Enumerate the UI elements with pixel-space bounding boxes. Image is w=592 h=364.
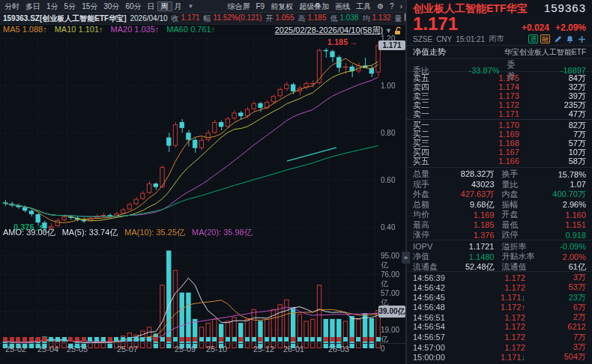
ask-row[interactable]: 卖一1.17147万 [407,109,592,118]
queue-price: 1.172 [440,100,519,109]
nav-value-row[interactable]: 净值走势 华宝创业板人工智能ETF [407,46,592,59]
signal-block [127,337,132,342]
bid-row[interactable]: 买三1.16857万 [407,139,592,148]
signal-block [75,337,79,342]
nav-trend-link[interactable]: 净值走势 [413,46,446,58]
queue-price: 1.166 [440,157,519,166]
period-tab-10[interactable]: 月 [172,2,185,10]
ask-row[interactable]: 卖二1.172235万 [407,100,592,109]
valuation-block: IOPV1.1721溢折率-0.09%净值1.1480升贴水率2.00%流通盘5… [407,240,592,272]
period-tab-6[interactable]: 30分 [100,2,122,10]
ask-row[interactable]: 卖四1.17432万 [407,82,592,91]
queue-price: 1.168 [440,139,519,148]
forward-adjust-button[interactable]: 前复权 [268,2,296,10]
panel-expand-button[interactable]: » [402,252,410,264]
period-tab-8[interactable]: 日 [145,2,158,10]
signal-block [36,337,40,342]
info-field-value: 159363.SZ[创业板人工智能ETF华宝] [3,13,126,24]
time-sales-row: 14:56:541.1726212 [407,321,592,331]
signal-block [140,337,145,342]
current-volume-badge: 39.00亿 [378,306,405,318]
signal-block [350,337,354,342]
tick-amount: 504万 [525,351,586,363]
draw-line-button[interactable]: 画线 [332,2,353,10]
period-toolbar: 分时多日1分5分15分30分60分日周月 ▼ 综合屏F9前复权超级叠加画线工具⚙… [0,0,405,13]
date-range-caret-icon[interactable]: ▼ [385,27,392,34]
help-icon[interactable]: ? [387,2,397,10]
more-icon[interactable]: › [397,2,405,10]
time-sales-list[interactable]: 14:56:391.1723万14:56:421.17253万14:56:451… [407,271,592,364]
price-ma-legend: MA5 1.088↑MA10 1.101↑MA20 1.035↑MA60 0.7… [3,25,215,34]
kline-chart-region[interactable]: MA5 1.088↑MA10 1.101↑MA20 1.035↑MA60 0.7… [0,25,405,364]
alert-bell-icon[interactable] [566,35,574,43]
tick-price: 1.172 [459,333,525,342]
stat-value: -0.09% [535,242,587,251]
edit-icon[interactable] [554,35,562,43]
tick-time: 14:57:00 [413,343,459,352]
ask-row[interactable]: 卖五1.17584万 [407,73,592,82]
period-dropdown-caret[interactable]: ▼ [185,1,197,12]
period-tab-2[interactable]: 多日 [22,2,43,10]
queue-level-label: 买五 [413,157,440,166]
signal-block [278,337,283,342]
info-field-label: 低 [330,13,338,24]
period-tab-9[interactable]: 周 [158,2,172,10]
signal-block [108,337,112,342]
stat-value: 1.185 [443,220,495,229]
super-overlay-button[interactable]: 超级叠加 [296,2,332,10]
signal-block [55,337,60,342]
bid-row[interactable]: 买五1.16658万 [407,157,592,166]
period-tab-group: 分时多日1分5分15分30分60分日周月 [1,1,185,12]
x-axis-label: 25-09 [175,345,196,354]
queue-amount: 7万 [519,130,586,139]
last-price: 1.171 [413,15,458,33]
stat-value: 1.160 [535,210,587,219]
margin-badge-融: 融 [540,34,550,43]
high-price-label: 1.185→ [327,37,358,46]
x-axis-label: 25-04 [37,345,58,354]
stat-value: 1.151 [535,220,587,229]
period-tab-1[interactable]: 分时 [1,2,22,10]
composite-screen-button[interactable]: 综合屏 [224,2,253,10]
price-header: 1.171 +0.024 +2.09% [407,14,592,33]
queue-level-label: 买三 [413,139,440,148]
info-field-9: 量 [395,13,405,24]
tick-time: 14:56:45 [413,293,459,302]
x-axis-label: 25-05 [67,345,88,354]
info-field-7: 低1.038 [330,13,359,24]
queue-price: 1.169 [440,130,519,139]
x-axis-labels: 25-0225-0425-0525-0725-0925-1025-1226-01… [0,343,405,354]
bid-row[interactable]: 买一1.17082万 [407,121,592,130]
date-range-text[interactable]: 2025/02/28-2026/04/10(58周) [275,25,383,36]
chart-pane: 分时多日1分5分15分30分60分日周月 ▼ 综合屏F9前复权超级叠加画线工具⚙… [0,0,405,364]
tick-time: 15:00:00 [413,353,459,362]
ask-row[interactable]: 卖三1.17339万 [407,91,592,100]
queue-price: 1.167 [440,148,519,157]
unlock-icon[interactable] [394,26,402,35]
bid-row[interactable]: 买四1.16710万 [407,148,592,157]
bid-row[interactable]: 买二1.1697万 [407,130,592,139]
signal-block [258,337,262,342]
signal-block [252,337,256,342]
time-sales-row: 14:57:001.1723万 [407,342,592,351]
f9-button[interactable]: F9 [253,2,268,10]
gear-icon[interactable]: ⚙ [374,2,387,10]
tools-button[interactable]: 工具 [353,2,374,10]
info-field-5: 开1.055 [265,13,294,24]
margin-badge-group: 通融 [528,34,550,43]
info-field-value: 2026/04/10 [130,14,167,22]
period-tab-3[interactable]: 1分 [43,2,61,10]
add-icon[interactable] [578,35,586,43]
candlestick-canvas[interactable] [0,37,405,360]
currency-label: CNY [436,35,452,43]
stat-value: 15.78% [535,170,587,179]
period-tab-7[interactable]: 60分 [122,2,144,10]
stats-block: 总量828.32万换手15.78%现手43023量比1.07外盘427.63万内… [407,167,592,240]
period-tab-4[interactable]: 5分 [61,2,79,10]
order-book-divider [407,119,592,120]
time-sales-row: 14:56:451.171↓23万 [407,292,592,302]
period-tab-5[interactable]: 15分 [79,2,100,10]
info-field-value: 1.171 [181,13,200,24]
signal-block [376,337,381,342]
signal-block [324,337,328,342]
